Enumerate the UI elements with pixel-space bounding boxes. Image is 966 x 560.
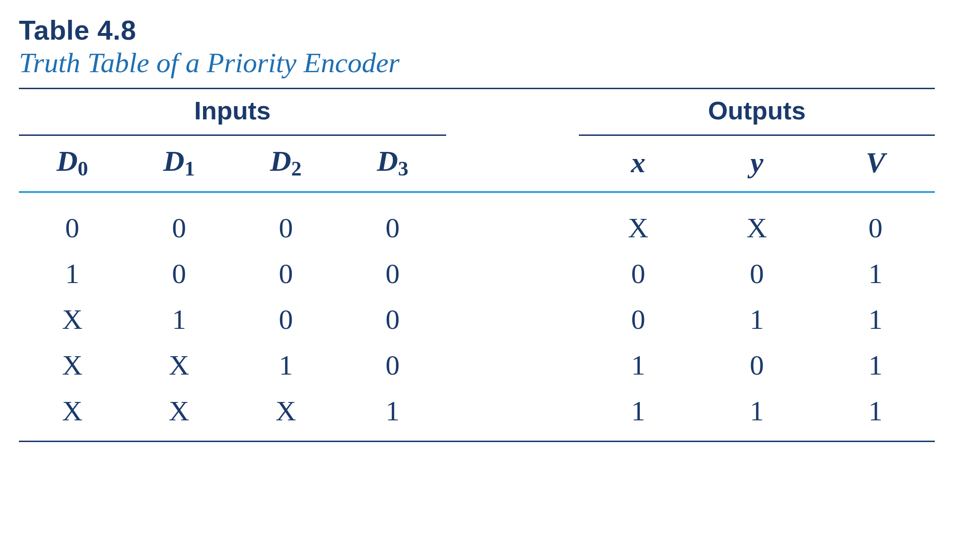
cell-d1: 0 (126, 251, 232, 297)
cell-x: 0 (579, 251, 697, 297)
header-group-row: Inputs Outputs (19, 89, 935, 135)
cell-x: X (579, 193, 697, 251)
cell-d0: 1 (19, 251, 126, 297)
cell-d2: 0 (232, 251, 339, 297)
header-gap (446, 89, 579, 135)
cell-d3: 0 (339, 193, 446, 251)
cell-d0: X (19, 297, 126, 343)
cell-gap (446, 251, 579, 297)
cell-gap (446, 297, 579, 343)
header-inputs: Inputs (19, 89, 446, 135)
cell-d1: 0 (126, 193, 232, 251)
col-d2: D2 (232, 135, 339, 192)
cell-y: 0 (697, 251, 816, 297)
cell-v: 1 (816, 343, 935, 388)
col-x: x (579, 135, 697, 192)
cell-d1: X (126, 343, 232, 388)
cell-d3: 0 (339, 343, 446, 388)
cell-d3: 0 (339, 297, 446, 343)
table-row: 0 0 0 0 X X 0 (19, 193, 935, 251)
cell-y: 1 (697, 297, 816, 343)
table-number: Table 4.8 (19, 14, 947, 46)
cell-d3: 0 (339, 251, 446, 297)
cell-d3: 1 (339, 388, 446, 442)
cell-gap (446, 388, 579, 442)
cell-x: 0 (579, 297, 697, 343)
col-d3: D3 (339, 135, 446, 192)
table-row: 1 0 0 0 0 0 1 (19, 251, 935, 297)
cell-d2: 0 (232, 193, 339, 251)
cell-d1: 1 (126, 297, 232, 343)
cell-y: 1 (697, 388, 816, 442)
truth-table: Inputs Outputs D0 D1 D2 D3 x y V 0 0 0 0… (19, 88, 935, 442)
table-row: X X 1 0 1 0 1 (19, 343, 935, 388)
cell-y: X (697, 193, 816, 251)
cell-gap (446, 193, 579, 251)
col-d1: D1 (126, 135, 232, 192)
cell-y: 0 (697, 343, 816, 388)
cell-x: 1 (579, 388, 697, 442)
cell-v: 1 (816, 388, 935, 442)
header-column-row: D0 D1 D2 D3 x y V (19, 135, 935, 192)
cell-gap (446, 343, 579, 388)
cell-v: 1 (816, 297, 935, 343)
cell-d2: 1 (232, 343, 339, 388)
cell-d0: X (19, 388, 126, 442)
table-row: X 1 0 0 0 1 1 (19, 297, 935, 343)
cell-x: 1 (579, 343, 697, 388)
cell-d2: X (232, 388, 339, 442)
header-outputs: Outputs (579, 89, 935, 135)
table-title: Truth Table of a Priority Encoder (19, 47, 947, 79)
col-v: V (816, 135, 935, 192)
cell-v: 0 (816, 193, 935, 251)
cell-v: 1 (816, 251, 935, 297)
col-gap (446, 135, 579, 192)
cell-d2: 0 (232, 297, 339, 343)
col-d0: D0 (19, 135, 126, 192)
cell-d0: X (19, 343, 126, 388)
cell-d0: 0 (19, 193, 126, 251)
table-row: X X X 1 1 1 1 (19, 388, 935, 442)
col-y: y (697, 135, 816, 192)
cell-d1: X (126, 388, 232, 442)
